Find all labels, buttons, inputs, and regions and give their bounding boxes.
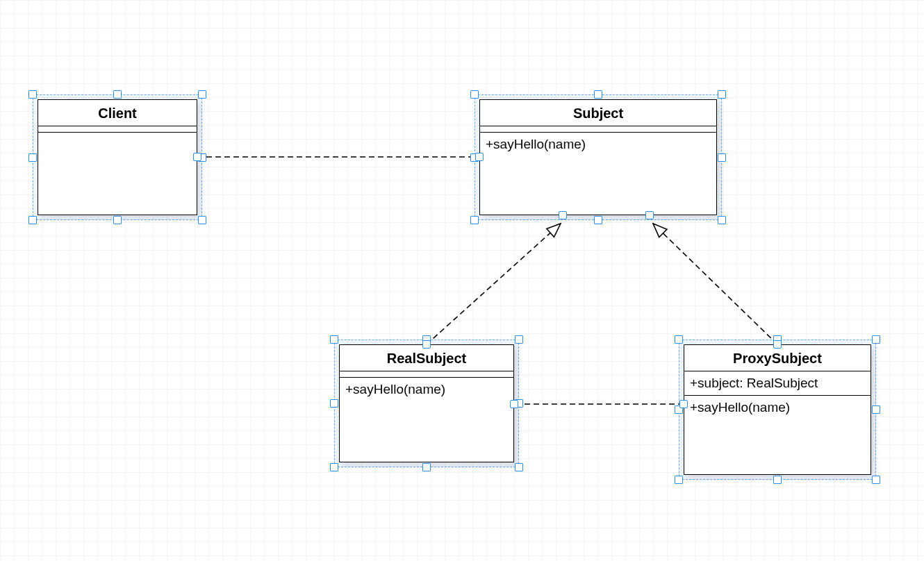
- node-method: +sayHello(name): [480, 133, 716, 156]
- selection-handle[interactable]: [675, 476, 683, 484]
- node-method: +sayHello(name): [340, 378, 513, 401]
- selection-handle[interactable]: [718, 90, 726, 99]
- selection-handle[interactable]: [422, 463, 431, 471]
- selection-handle[interactable]: [718, 153, 726, 162]
- node-method: +sayHello(name): [684, 396, 871, 419]
- selection-handle[interactable]: [594, 90, 602, 99]
- selection-handle[interactable]: [470, 90, 479, 99]
- selection-handle[interactable]: [515, 463, 523, 471]
- selection-handle[interactable]: [198, 216, 206, 224]
- edge-endpoint-handle[interactable]: [475, 153, 484, 161]
- selection-handle[interactable]: [28, 153, 37, 162]
- selection-handle[interactable]: [330, 463, 338, 471]
- node-title: Subject: [480, 100, 716, 126]
- edge-proxysubject-subject[interactable]: [653, 224, 777, 344]
- selection-handle[interactable]: [773, 476, 782, 484]
- selection-handle[interactable]: [872, 476, 880, 484]
- selection-handle[interactable]: [28, 216, 37, 224]
- node-client[interactable]: Client: [38, 99, 197, 215]
- edge-endpoint-handle[interactable]: [193, 153, 201, 161]
- edge-endpoint-handle[interactable]: [645, 211, 654, 219]
- edge-endpoint-handle[interactable]: [773, 340, 782, 349]
- node-title: ProxySubject: [684, 345, 871, 371]
- selection-handle[interactable]: [330, 399, 338, 408]
- edge-endpoint-handle[interactable]: [559, 211, 567, 219]
- edge-endpoint-handle[interactable]: [679, 400, 688, 408]
- edge-endpoint-handle[interactable]: [422, 340, 431, 349]
- selection-handle[interactable]: [594, 216, 602, 224]
- node-title: RealSubject: [340, 345, 513, 371]
- node-subject[interactable]: Subject +sayHello(name): [479, 99, 717, 215]
- edge-realsubject-subject[interactable]: [427, 224, 561, 344]
- edge-endpoint-handle[interactable]: [510, 400, 518, 408]
- connector-layer: [0, 0, 924, 561]
- selection-handle[interactable]: [675, 335, 683, 344]
- selection-handle[interactable]: [872, 335, 880, 344]
- selection-handle[interactable]: [470, 216, 479, 224]
- selection-handle[interactable]: [872, 405, 880, 414]
- selection-handle[interactable]: [113, 90, 122, 99]
- node-realsubject[interactable]: RealSubject +sayHello(name): [339, 344, 514, 462]
- node-proxysubject[interactable]: ProxySubject +subject: RealSubject +sayH…: [684, 344, 871, 475]
- selection-handle[interactable]: [28, 90, 37, 99]
- selection-handle[interactable]: [330, 335, 338, 344]
- selection-handle[interactable]: [515, 335, 523, 344]
- selection-handle[interactable]: [718, 216, 726, 224]
- node-title: Client: [38, 100, 197, 126]
- selection-handle[interactable]: [113, 216, 122, 224]
- node-attribute: +subject: RealSubject: [684, 371, 871, 395]
- selection-handle[interactable]: [198, 90, 206, 99]
